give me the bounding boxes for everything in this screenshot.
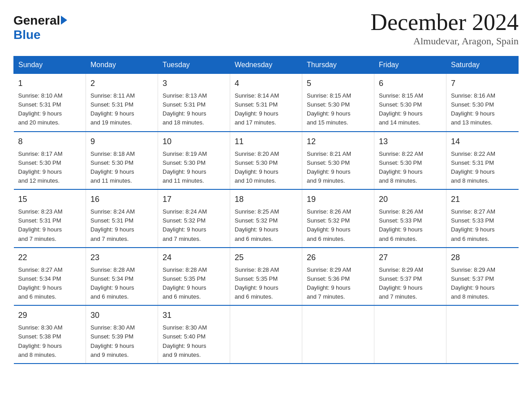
day-info: Sunrise: 8:18 AMSunset: 5:30 PMDaylight:… — [90, 150, 135, 184]
logo-blue-text: Blue — [13, 28, 41, 42]
calendar-cell: 11 Sunrise: 8:20 AMSunset: 5:30 PMDaylig… — [230, 132, 302, 190]
day-number: 21 — [451, 193, 514, 206]
day-number: 7 — [451, 77, 514, 90]
day-number: 12 — [307, 136, 369, 148]
day-number: 4 — [235, 77, 297, 90]
calendar-cell: 1 Sunrise: 8:10 AMSunset: 5:31 PMDayligh… — [14, 74, 86, 132]
header-monday: Monday — [86, 56, 158, 74]
calendar-cell: 8 Sunrise: 8:17 AMSunset: 5:30 PMDayligh… — [14, 132, 86, 190]
day-info: Sunrise: 8:26 AMSunset: 5:32 PMDaylight:… — [307, 208, 351, 242]
calendar-cell: 22 Sunrise: 8:27 AMSunset: 5:34 PMDaylig… — [14, 248, 86, 306]
calendar-cell: 15 Sunrise: 8:23 AMSunset: 5:31 PMDaylig… — [14, 189, 86, 248]
day-number: 1 — [18, 77, 82, 90]
day-number: 16 — [90, 193, 153, 206]
calendar-cell: 4 Sunrise: 8:14 AMSunset: 5:31 PMDayligh… — [230, 74, 302, 132]
week-row-2: 8 Sunrise: 8:17 AMSunset: 5:30 PMDayligh… — [14, 132, 519, 190]
calendar-cell — [446, 305, 519, 364]
week-row-3: 15 Sunrise: 8:23 AMSunset: 5:31 PMDaylig… — [14, 189, 519, 248]
day-info: Sunrise: 8:24 AMSunset: 5:32 PMDaylight:… — [163, 208, 207, 242]
day-number: 30 — [90, 309, 153, 321]
day-number: 18 — [235, 193, 297, 206]
calendar-cell: 10 Sunrise: 8:19 AMSunset: 5:30 PMDaylig… — [158, 132, 230, 190]
calendar-header-row: SundayMondayTuesdayWednesdayThursdayFrid… — [14, 56, 519, 74]
day-number: 10 — [163, 136, 225, 148]
day-number: 11 — [235, 136, 297, 148]
day-info: Sunrise: 8:28 AMSunset: 5:35 PMDaylight:… — [235, 266, 279, 300]
calendar-cell: 26 Sunrise: 8:29 AMSunset: 5:36 PMDaylig… — [302, 248, 374, 306]
day-info: Sunrise: 8:30 AMSunset: 5:40 PMDaylight:… — [163, 324, 207, 358]
calendar-cell: 7 Sunrise: 8:16 AMSunset: 5:30 PMDayligh… — [446, 74, 519, 132]
day-info: Sunrise: 8:19 AMSunset: 5:30 PMDaylight:… — [163, 150, 207, 184]
day-info: Sunrise: 8:28 AMSunset: 5:34 PMDaylight:… — [90, 266, 135, 300]
day-number: 15 — [18, 193, 82, 206]
calendar-cell: 27 Sunrise: 8:29 AMSunset: 5:37 PMDaylig… — [374, 248, 446, 306]
calendar-cell: 25 Sunrise: 8:28 AMSunset: 5:35 PMDaylig… — [230, 248, 302, 306]
calendar-cell: 18 Sunrise: 8:25 AMSunset: 5:32 PMDaylig… — [230, 189, 302, 248]
calendar-cell: 5 Sunrise: 8:15 AMSunset: 5:30 PMDayligh… — [302, 74, 374, 132]
calendar-cell: 3 Sunrise: 8:13 AMSunset: 5:31 PMDayligh… — [158, 74, 230, 132]
day-number: 5 — [307, 77, 369, 90]
month-year-title: December 2024 — [370, 9, 519, 35]
calendar-cell: 17 Sunrise: 8:24 AMSunset: 5:32 PMDaylig… — [158, 189, 230, 248]
calendar-cell: 24 Sunrise: 8:28 AMSunset: 5:35 PMDaylig… — [158, 248, 230, 306]
calendar-cell: 20 Sunrise: 8:26 AMSunset: 5:33 PMDaylig… — [374, 189, 446, 248]
day-number: 23 — [90, 252, 153, 264]
day-number: 3 — [163, 77, 225, 90]
week-row-1: 1 Sunrise: 8:10 AMSunset: 5:31 PMDayligh… — [14, 74, 519, 132]
week-row-4: 22 Sunrise: 8:27 AMSunset: 5:34 PMDaylig… — [14, 248, 519, 306]
day-info: Sunrise: 8:15 AMSunset: 5:30 PMDaylight:… — [379, 92, 423, 126]
calendar-cell: 30 Sunrise: 8:30 AMSunset: 5:39 PMDaylig… — [86, 305, 158, 364]
calendar-cell: 29 Sunrise: 8:30 AMSunset: 5:38 PMDaylig… — [14, 305, 86, 364]
calendar-cell: 28 Sunrise: 8:29 AMSunset: 5:37 PMDaylig… — [446, 248, 519, 306]
logo-general-text: General — [13, 13, 60, 27]
calendar-cell: 9 Sunrise: 8:18 AMSunset: 5:30 PMDayligh… — [86, 132, 158, 190]
day-info: Sunrise: 8:11 AMSunset: 5:31 PMDaylight:… — [90, 92, 135, 126]
day-number: 26 — [307, 252, 369, 264]
day-number: 25 — [235, 252, 297, 264]
calendar-table: SundayMondayTuesdayWednesdayThursdayFrid… — [13, 56, 519, 364]
page-header: General Blue December 2024 Almudevar, Ar… — [13, 9, 519, 47]
calendar-cell: 19 Sunrise: 8:26 AMSunset: 5:32 PMDaylig… — [302, 189, 374, 248]
day-info: Sunrise: 8:15 AMSunset: 5:30 PMDaylight:… — [307, 92, 351, 126]
calendar-cell: 13 Sunrise: 8:22 AMSunset: 5:30 PMDaylig… — [374, 132, 446, 190]
calendar-cell: 14 Sunrise: 8:22 AMSunset: 5:31 PMDaylig… — [446, 132, 519, 190]
calendar-cell: 6 Sunrise: 8:15 AMSunset: 5:30 PMDayligh… — [374, 74, 446, 132]
day-number: 24 — [163, 252, 225, 264]
day-number: 14 — [451, 136, 514, 148]
day-number: 8 — [18, 136, 82, 148]
day-number: 27 — [379, 252, 442, 264]
day-info: Sunrise: 8:22 AMSunset: 5:31 PMDaylight:… — [451, 150, 495, 184]
day-info: Sunrise: 8:23 AMSunset: 5:31 PMDaylight:… — [18, 208, 63, 242]
calendar-cell — [302, 305, 374, 364]
day-number: 13 — [379, 136, 442, 148]
header-friday: Friday — [374, 56, 446, 74]
day-number: 20 — [379, 193, 442, 206]
day-info: Sunrise: 8:27 AMSunset: 5:34 PMDaylight:… — [18, 266, 63, 300]
calendar-cell: 12 Sunrise: 8:21 AMSunset: 5:30 PMDaylig… — [302, 132, 374, 190]
day-info: Sunrise: 8:14 AMSunset: 5:31 PMDaylight:… — [235, 92, 279, 126]
header-tuesday: Tuesday — [158, 56, 230, 74]
day-info: Sunrise: 8:26 AMSunset: 5:33 PMDaylight:… — [379, 208, 423, 242]
day-number: 29 — [18, 309, 82, 321]
day-info: Sunrise: 8:13 AMSunset: 5:31 PMDaylight:… — [163, 92, 207, 126]
day-number: 9 — [90, 136, 153, 148]
day-info: Sunrise: 8:29 AMSunset: 5:37 PMDaylight:… — [451, 266, 495, 300]
day-info: Sunrise: 8:16 AMSunset: 5:30 PMDaylight:… — [451, 92, 495, 126]
header-saturday: Saturday — [446, 56, 519, 74]
day-number: 19 — [307, 193, 369, 206]
day-info: Sunrise: 8:17 AMSunset: 5:30 PMDaylight:… — [18, 150, 63, 184]
day-info: Sunrise: 8:29 AMSunset: 5:36 PMDaylight:… — [307, 266, 351, 300]
day-number: 2 — [90, 77, 153, 90]
logo-arrow-icon — [61, 16, 67, 25]
week-row-5: 29 Sunrise: 8:30 AMSunset: 5:38 PMDaylig… — [14, 305, 519, 364]
location-title: Almudevar, Aragon, Spain — [370, 35, 519, 47]
calendar-cell: 16 Sunrise: 8:24 AMSunset: 5:31 PMDaylig… — [86, 189, 158, 248]
title-section: December 2024 Almudevar, Aragon, Spain — [370, 9, 519, 47]
calendar-cell: 21 Sunrise: 8:27 AMSunset: 5:33 PMDaylig… — [446, 189, 519, 248]
day-info: Sunrise: 8:28 AMSunset: 5:35 PMDaylight:… — [163, 266, 207, 300]
day-info: Sunrise: 8:25 AMSunset: 5:32 PMDaylight:… — [235, 208, 279, 242]
logo: General Blue — [13, 13, 67, 42]
calendar-cell — [374, 305, 446, 364]
calendar-cell: 23 Sunrise: 8:28 AMSunset: 5:34 PMDaylig… — [86, 248, 158, 306]
day-info: Sunrise: 8:10 AMSunset: 5:31 PMDaylight:… — [18, 92, 63, 126]
